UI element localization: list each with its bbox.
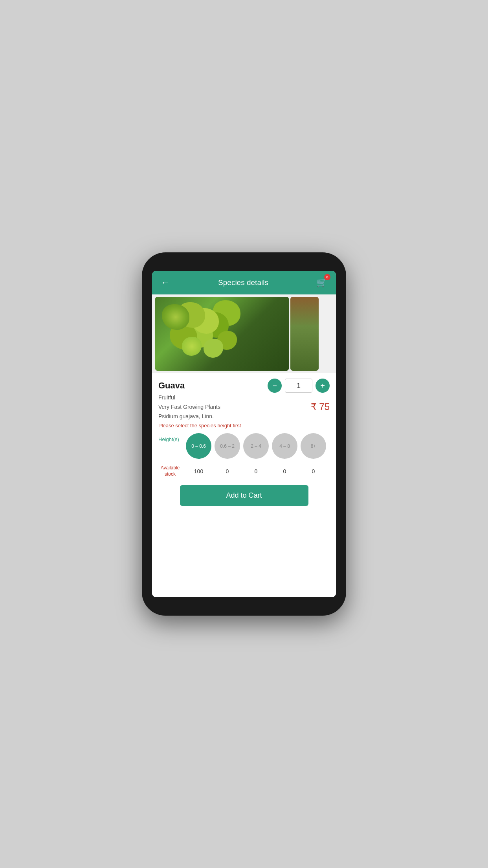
product-growth-row: Very Fast Growing Plants ₹ 75 [158,401,330,412]
image-gallery [152,294,336,373]
height-selection-warning: Please select the species height first [158,423,330,428]
quantity-input[interactable] [285,379,312,393]
product-scientific-name: Psidium guajava, Linn. [158,413,330,419]
height-option-0[interactable]: 0 – 0.6 [186,433,211,459]
product-name: Guava [158,381,185,391]
stock-value-4: 0 [301,468,326,474]
phone-frame: ← Species details 🛒 0 Guava [142,252,346,616]
stock-value-2: 0 [243,468,269,474]
phone-screen: ← Species details 🛒 0 Guava [152,271,336,597]
primary-product-image[interactable] [155,297,289,371]
height-selector-section: Height(s) 0 – 0.6 0.6 – 2 2 – 4 4 – 8 8+ [158,433,330,459]
add-to-cart-button[interactable]: Add to Cart [180,485,308,506]
height-option-3[interactable]: 4 – 8 [272,433,297,459]
height-option-2[interactable]: 2 – 4 [243,433,269,459]
secondary-photo [290,297,319,371]
stock-section: Available stock 100 0 0 0 0 [158,465,330,477]
guava-photo [155,297,289,371]
stock-values: 100 0 0 0 0 [186,468,326,474]
quantity-control: − + [268,379,330,393]
product-price: ₹ 75 [311,401,330,412]
product-name-row: Guava − + [158,379,330,393]
cart-button[interactable]: 🛒 0 [315,276,329,290]
height-option-1[interactable]: 0.6 – 2 [215,433,240,459]
app-header: ← Species details 🛒 0 [152,271,336,294]
cart-badge: 0 [324,274,330,280]
back-button[interactable]: ← [159,278,172,288]
stock-value-0: 100 [186,468,211,474]
secondary-product-image[interactable] [290,297,319,371]
height-label: Height(s) [158,433,182,442]
product-info-section: Guava − + Fruitful Very Fast Growing Pla… [152,373,336,521]
product-growth: Very Fast Growing Plants [158,404,220,410]
main-content: Guava − + Fruitful Very Fast Growing Pla… [152,294,336,597]
height-option-4[interactable]: 8+ [301,433,326,459]
quantity-increase-button[interactable]: + [316,379,330,393]
stock-label: Available stock [158,465,182,477]
height-options: 0 – 0.6 0.6 – 2 2 – 4 4 – 8 8+ [186,433,326,459]
stock-value-1: 0 [215,468,240,474]
product-category: Fruitful [158,394,330,401]
quantity-decrease-button[interactable]: − [268,379,282,393]
page-title: Species details [218,278,268,287]
stock-value-3: 0 [272,468,297,474]
